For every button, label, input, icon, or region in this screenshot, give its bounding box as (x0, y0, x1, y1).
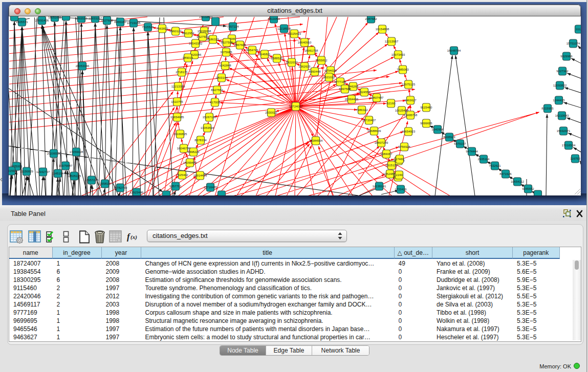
svg-text:16033809: 16033809 (199, 16, 213, 18)
svg-text:13353594: 13353594 (201, 126, 214, 129)
svg-text:12213369: 12213369 (171, 85, 185, 88)
svg-text:10958107: 10958107 (98, 182, 112, 185)
svg-text:989016: 989016 (183, 56, 193, 59)
svg-text:1145194: 1145194 (52, 172, 64, 175)
svg-text:20206536: 20206536 (47, 152, 61, 155)
svg-text:12505135: 12505135 (68, 174, 81, 178)
svg-text:16046788: 16046788 (177, 147, 191, 150)
svg-text:9146821: 9146821 (258, 53, 271, 56)
svg-text:17469: 17469 (396, 158, 404, 161)
svg-text:9756928: 9756928 (398, 145, 410, 148)
svg-text:9227342: 9227342 (556, 70, 569, 73)
svg-text:15720407: 15720407 (362, 119, 376, 122)
svg-text:18724007: 18724007 (289, 105, 303, 108)
svg-text:16154808: 16154808 (376, 28, 389, 31)
svg-text:10688609: 10688609 (367, 129, 381, 133)
svg-text:16640910: 16640910 (298, 41, 312, 44)
svg-text:16961758: 16961758 (304, 49, 318, 52)
svg-text:7632621: 7632621 (489, 164, 501, 167)
svg-text:15692971: 15692971 (557, 129, 571, 133)
svg-text:62160: 62160 (387, 102, 396, 105)
svg-text:7625402: 7625402 (176, 173, 188, 177)
svg-text:7357224: 7357224 (227, 25, 239, 28)
svg-text:16782759: 16782759 (114, 186, 127, 189)
svg-text:9242848: 9242848 (219, 64, 231, 67)
svg-text:2867608: 2867608 (234, 43, 246, 47)
svg-text:1733426: 1733426 (395, 188, 407, 191)
svg-text:11156829: 11156829 (20, 170, 33, 173)
svg-text:8454749: 8454749 (246, 49, 258, 52)
svg-text:10973493: 10973493 (391, 53, 405, 56)
svg-text:6497568: 6497568 (339, 87, 351, 91)
svg-text:20364436: 20364436 (345, 98, 359, 101)
svg-text:10975887: 10975887 (59, 164, 73, 167)
svg-text:1640954: 1640954 (431, 128, 444, 131)
svg-text:19166825: 19166825 (173, 133, 187, 136)
svg-text:1527602: 1527602 (101, 19, 113, 22)
svg-text:116753: 116753 (570, 157, 580, 160)
svg-text:8938923: 8938923 (443, 136, 455, 139)
svg-text:2935114: 2935114 (478, 158, 490, 161)
svg-text:18051611: 18051611 (48, 16, 62, 19)
svg-text:2803144: 2803144 (215, 76, 228, 79)
svg-text:16914479: 16914479 (193, 174, 207, 177)
svg-text:8186323: 8186323 (207, 38, 219, 41)
svg-text:1893513: 1893513 (75, 17, 88, 20)
svg-text:9474444: 9474444 (466, 150, 478, 153)
svg-text:10654112: 10654112 (511, 180, 525, 183)
svg-text:2405571: 2405571 (16, 20, 28, 24)
svg-text:17359928: 17359928 (70, 150, 83, 154)
svg-text:12923446: 12923446 (130, 191, 144, 194)
svg-text:8471626: 8471626 (499, 172, 512, 176)
svg-text:1244415: 1244415 (553, 99, 565, 102)
svg-text:2249: 2249 (396, 173, 403, 177)
svg-text:8813054: 8813054 (268, 17, 280, 20)
svg-text:2588520: 2588520 (271, 57, 283, 60)
svg-text:8990448: 8990448 (309, 70, 321, 73)
svg-text:9960123: 9960123 (169, 30, 182, 33)
svg-text:15226058: 15226058 (198, 30, 211, 33)
svg-text:1621022: 1621022 (323, 76, 335, 79)
svg-text:19654985: 19654985 (170, 116, 184, 119)
svg-text:1362615: 1362615 (298, 65, 311, 68)
svg-text:19654923: 19654923 (402, 130, 416, 133)
svg-text:1610755: 1610755 (171, 100, 183, 103)
svg-text:20053346: 20053346 (76, 64, 90, 68)
svg-text:(x): (x) (130, 234, 137, 240)
svg-text:417005: 417005 (210, 101, 221, 104)
svg-text:14136141: 14136141 (373, 185, 386, 188)
svg-text:12218596: 12218596 (277, 27, 291, 30)
svg-text:9699695: 9699695 (420, 122, 432, 125)
svg-text:12213967: 12213967 (385, 40, 399, 43)
svg-text:9115460: 9115460 (421, 106, 433, 109)
svg-text:9245652: 9245652 (522, 187, 534, 190)
svg-text:3822037: 3822037 (286, 61, 298, 64)
svg-text:9857791: 9857791 (169, 185, 182, 188)
svg-text:17016504: 17016504 (562, 144, 576, 147)
svg-text:1112: 1112 (576, 28, 581, 31)
svg-text:8215955: 8215955 (541, 107, 554, 110)
svg-text:15716485: 15716485 (204, 186, 217, 189)
svg-text:2087682: 2087682 (365, 17, 377, 20)
svg-text:10719155: 10719155 (127, 21, 141, 25)
svg-text:16648784: 16648784 (447, 49, 461, 52)
svg-text:12942737: 12942737 (36, 170, 50, 173)
svg-text:1615132: 1615132 (385, 164, 398, 167)
svg-text:7663822: 7663822 (156, 27, 168, 30)
svg-text:19384554: 19384554 (309, 139, 323, 142)
svg-text:9777169: 9777169 (334, 80, 346, 83)
svg-text:9084067: 9084067 (380, 152, 393, 156)
svg-text:16210643: 16210643 (555, 114, 569, 117)
svg-text:7515526: 7515526 (142, 26, 154, 29)
svg-text:3498222: 3498222 (187, 150, 200, 154)
svg-text:13495758: 13495758 (404, 114, 418, 117)
svg-text:9329966: 9329966 (560, 55, 573, 58)
svg-text:391591: 391591 (9, 169, 17, 172)
svg-text:3375685: 3375685 (220, 51, 232, 54)
svg-text:15267130: 15267130 (203, 116, 216, 119)
svg-text:9527508: 9527508 (221, 41, 233, 44)
svg-text:10807487: 10807487 (370, 96, 384, 99)
svg-text:7485063: 7485063 (397, 68, 409, 71)
svg-text:2530022: 2530022 (265, 111, 277, 114)
svg-text:8678334: 8678334 (194, 139, 207, 142)
